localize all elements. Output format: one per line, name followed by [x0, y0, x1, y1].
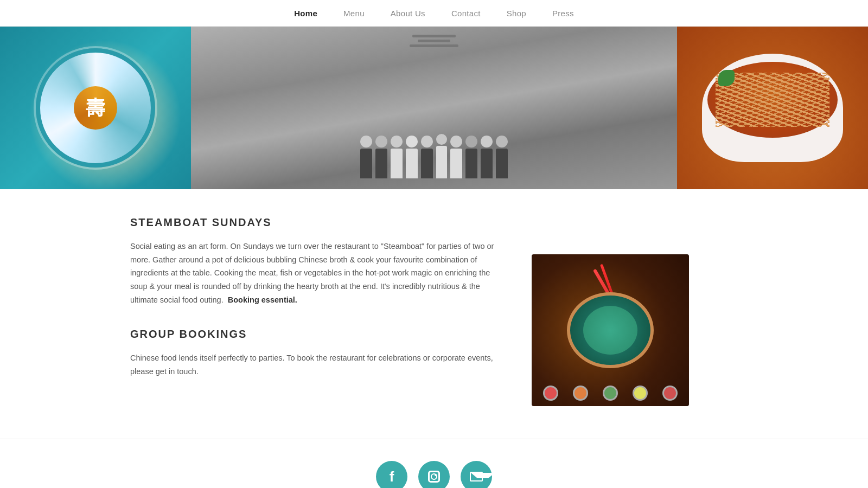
main-content-area: STEAMBOAT SUNDAYS Social eating as an ar…	[108, 189, 760, 439]
person-3	[391, 136, 403, 178]
group-bookings-body: Chinese food lends itself perfectly to p…	[130, 351, 499, 378]
person-10	[496, 136, 508, 178]
hero-center-panel	[191, 27, 677, 189]
photo-wall-text	[410, 35, 458, 47]
side-bowl-2	[573, 386, 588, 401]
instagram-icon	[428, 471, 440, 483]
person-1	[360, 136, 372, 178]
facebook-button[interactable]: f	[376, 461, 407, 488]
hotpot-inner-broth	[583, 306, 637, 355]
email-icon	[470, 472, 483, 481]
person-5	[421, 136, 433, 178]
hero-banner: 壽	[0, 27, 868, 189]
person-9	[481, 136, 493, 178]
steamboat-body: Social eating as an art form. On Sundays…	[130, 240, 499, 306]
people-group	[360, 134, 508, 189]
plate-center: 壽	[74, 86, 117, 130]
nav-home[interactable]: Home	[294, 9, 317, 18]
hotpot-pot	[567, 292, 654, 368]
facebook-icon: f	[390, 468, 394, 485]
footer: f	[0, 439, 868, 488]
nav-menu[interactable]: Menu	[343, 9, 365, 18]
person-8	[465, 136, 477, 178]
side-bowl-3	[603, 386, 618, 401]
email-button[interactable]	[461, 461, 492, 488]
main-nav: Home Menu About Us Contact Shop Press	[0, 0, 868, 27]
nav-press[interactable]: Press	[552, 9, 574, 18]
side-bowl-4	[633, 386, 648, 401]
side-bowls-row	[537, 386, 684, 401]
hero-right-panel	[677, 27, 868, 189]
nav-contact[interactable]: Contact	[451, 9, 481, 18]
steamboat-body-text: Social eating as an art form. On Sundays…	[130, 242, 494, 304]
person-4	[406, 136, 418, 178]
hotpot-image	[532, 254, 689, 406]
side-bowl-5	[662, 386, 678, 401]
steamboat-title: STEAMBOAT SUNDAYS	[130, 216, 499, 229]
person-6	[436, 134, 447, 178]
instagram-button[interactable]	[418, 461, 450, 488]
nav-about[interactable]: About Us	[391, 9, 425, 18]
content-right	[532, 216, 689, 406]
group-bookings-title: GROUP BOOKINGS	[130, 328, 499, 341]
hero-left-panel: 壽	[0, 27, 191, 189]
content-left: STEAMBOAT SUNDAYS Social eating as an ar…	[130, 216, 499, 406]
booking-essential: Booking essential.	[228, 296, 297, 304]
person-2	[375, 136, 387, 178]
nav-shop[interactable]: Shop	[507, 9, 526, 18]
side-bowl-1	[543, 386, 558, 401]
soup-bowl	[702, 54, 843, 162]
person-7	[450, 136, 462, 178]
